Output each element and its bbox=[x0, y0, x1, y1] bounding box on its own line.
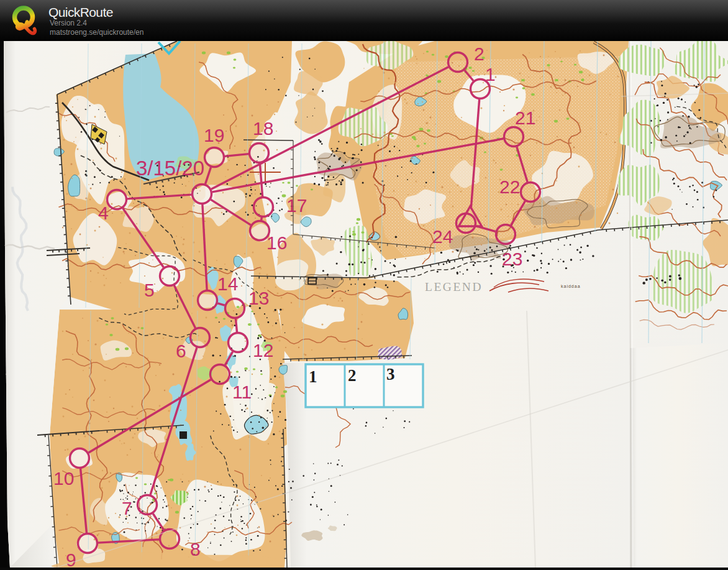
svg-text:24: 24 bbox=[432, 226, 453, 247]
svg-text:19: 19 bbox=[204, 125, 224, 145]
svg-text:3: 3 bbox=[386, 365, 395, 384]
svg-text:13: 13 bbox=[248, 288, 269, 308]
svg-text:6: 6 bbox=[176, 341, 186, 361]
svg-text:5: 5 bbox=[144, 280, 155, 300]
svg-text:17: 17 bbox=[286, 195, 307, 216]
svg-text:9: 9 bbox=[66, 549, 76, 570]
svg-text:12: 12 bbox=[253, 340, 273, 361]
svg-text:22: 22 bbox=[499, 177, 520, 197]
svg-text:3/15/20: 3/15/20 bbox=[136, 157, 204, 180]
svg-text:14: 14 bbox=[217, 274, 238, 294]
svg-text:23: 23 bbox=[502, 249, 522, 269]
svg-text:7: 7 bbox=[122, 498, 132, 518]
svg-text:1: 1 bbox=[309, 367, 317, 386]
svg-text:21: 21 bbox=[515, 108, 535, 128]
svg-text:kaiddaa: kaiddaa bbox=[561, 284, 581, 288]
svg-text:11: 11 bbox=[232, 382, 252, 402]
svg-text:2: 2 bbox=[474, 44, 485, 64]
svg-text:16: 16 bbox=[266, 232, 287, 253]
svg-text:1: 1 bbox=[485, 64, 496, 85]
svg-text:8: 8 bbox=[190, 539, 201, 559]
svg-text:LEGEND: LEGEND bbox=[425, 280, 483, 293]
svg-text:18: 18 bbox=[253, 118, 273, 139]
svg-text:4: 4 bbox=[98, 203, 109, 223]
svg-text:2: 2 bbox=[348, 366, 357, 385]
svg-text:10: 10 bbox=[53, 468, 74, 489]
